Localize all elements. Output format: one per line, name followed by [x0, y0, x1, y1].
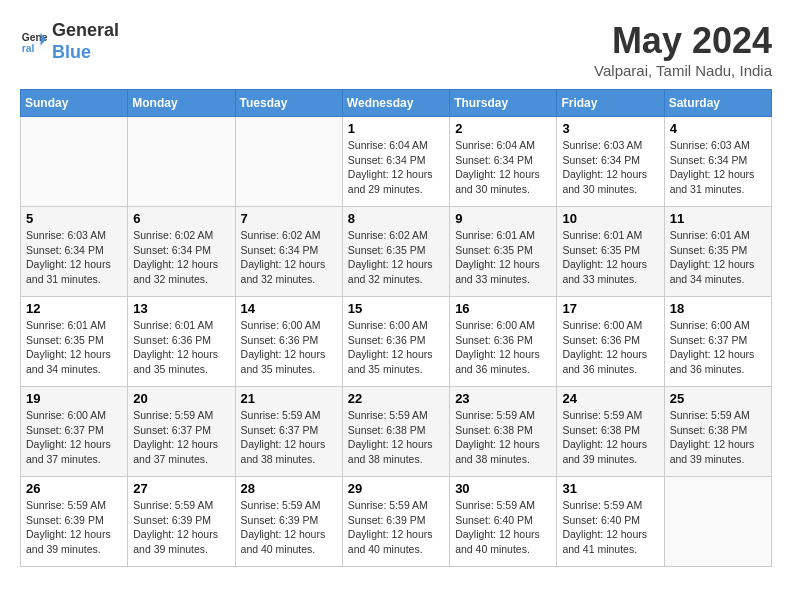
calendar-cell: 16Sunrise: 6:00 AM Sunset: 6:36 PM Dayli…: [450, 297, 557, 387]
day-number: 17: [562, 301, 658, 316]
calendar-cell: 23Sunrise: 5:59 AM Sunset: 6:38 PM Dayli…: [450, 387, 557, 477]
calendar-cell: 17Sunrise: 6:00 AM Sunset: 6:36 PM Dayli…: [557, 297, 664, 387]
day-info: Sunrise: 6:00 AM Sunset: 6:37 PM Dayligh…: [26, 408, 122, 467]
day-number: 21: [241, 391, 337, 406]
day-info: Sunrise: 6:01 AM Sunset: 6:35 PM Dayligh…: [455, 228, 551, 287]
calendar-week-row: 26Sunrise: 5:59 AM Sunset: 6:39 PM Dayli…: [21, 477, 772, 567]
day-number: 4: [670, 121, 766, 136]
title-area: May 2024 Valparai, Tamil Nadu, India: [594, 20, 772, 79]
day-info: Sunrise: 6:04 AM Sunset: 6:34 PM Dayligh…: [348, 138, 444, 197]
day-info: Sunrise: 5:59 AM Sunset: 6:38 PM Dayligh…: [348, 408, 444, 467]
day-info: Sunrise: 6:00 AM Sunset: 6:36 PM Dayligh…: [562, 318, 658, 377]
calendar-cell: 5Sunrise: 6:03 AM Sunset: 6:34 PM Daylig…: [21, 207, 128, 297]
day-number: 19: [26, 391, 122, 406]
weekday-header-cell: Friday: [557, 90, 664, 117]
day-info: Sunrise: 6:01 AM Sunset: 6:36 PM Dayligh…: [133, 318, 229, 377]
day-number: 25: [670, 391, 766, 406]
day-info: Sunrise: 5:59 AM Sunset: 6:39 PM Dayligh…: [133, 498, 229, 557]
calendar-cell: 27Sunrise: 5:59 AM Sunset: 6:39 PM Dayli…: [128, 477, 235, 567]
page-header: Gene ral General Blue May 2024 Valparai,…: [20, 20, 772, 79]
day-number: 13: [133, 301, 229, 316]
calendar-cell: [664, 477, 771, 567]
day-info: Sunrise: 6:03 AM Sunset: 6:34 PM Dayligh…: [562, 138, 658, 197]
calendar-cell: [21, 117, 128, 207]
weekday-header-cell: Saturday: [664, 90, 771, 117]
day-number: 18: [670, 301, 766, 316]
day-info: Sunrise: 5:59 AM Sunset: 6:38 PM Dayligh…: [455, 408, 551, 467]
day-number: 23: [455, 391, 551, 406]
day-number: 24: [562, 391, 658, 406]
day-info: Sunrise: 5:59 AM Sunset: 6:39 PM Dayligh…: [241, 498, 337, 557]
day-number: 27: [133, 481, 229, 496]
day-info: Sunrise: 6:01 AM Sunset: 6:35 PM Dayligh…: [562, 228, 658, 287]
weekday-header-row: SundayMondayTuesdayWednesdayThursdayFrid…: [21, 90, 772, 117]
calendar-cell: 20Sunrise: 5:59 AM Sunset: 6:37 PM Dayli…: [128, 387, 235, 477]
calendar-week-row: 19Sunrise: 6:00 AM Sunset: 6:37 PM Dayli…: [21, 387, 772, 477]
day-number: 26: [26, 481, 122, 496]
logo-icon: Gene ral: [20, 28, 48, 56]
day-number: 22: [348, 391, 444, 406]
day-number: 5: [26, 211, 122, 226]
day-number: 3: [562, 121, 658, 136]
day-info: Sunrise: 5:59 AM Sunset: 6:39 PM Dayligh…: [26, 498, 122, 557]
day-number: 31: [562, 481, 658, 496]
calendar-week-row: 12Sunrise: 6:01 AM Sunset: 6:35 PM Dayli…: [21, 297, 772, 387]
calendar-cell: 25Sunrise: 5:59 AM Sunset: 6:38 PM Dayli…: [664, 387, 771, 477]
location: Valparai, Tamil Nadu, India: [594, 62, 772, 79]
day-number: 15: [348, 301, 444, 316]
calendar-cell: 29Sunrise: 5:59 AM Sunset: 6:39 PM Dayli…: [342, 477, 449, 567]
day-info: Sunrise: 6:01 AM Sunset: 6:35 PM Dayligh…: [670, 228, 766, 287]
day-info: Sunrise: 5:59 AM Sunset: 6:37 PM Dayligh…: [133, 408, 229, 467]
day-number: 16: [455, 301, 551, 316]
day-info: Sunrise: 5:59 AM Sunset: 6:38 PM Dayligh…: [562, 408, 658, 467]
day-info: Sunrise: 6:00 AM Sunset: 6:36 PM Dayligh…: [348, 318, 444, 377]
calendar-cell: 14Sunrise: 6:00 AM Sunset: 6:36 PM Dayli…: [235, 297, 342, 387]
day-info: Sunrise: 6:02 AM Sunset: 6:34 PM Dayligh…: [241, 228, 337, 287]
logo-text: General Blue: [52, 20, 119, 63]
day-number: 1: [348, 121, 444, 136]
weekday-header-cell: Tuesday: [235, 90, 342, 117]
day-info: Sunrise: 6:01 AM Sunset: 6:35 PM Dayligh…: [26, 318, 122, 377]
day-number: 9: [455, 211, 551, 226]
calendar-cell: 2Sunrise: 6:04 AM Sunset: 6:34 PM Daylig…: [450, 117, 557, 207]
calendar-cell: [128, 117, 235, 207]
calendar-cell: 10Sunrise: 6:01 AM Sunset: 6:35 PM Dayli…: [557, 207, 664, 297]
day-number: 6: [133, 211, 229, 226]
calendar-cell: [235, 117, 342, 207]
day-number: 14: [241, 301, 337, 316]
day-number: 12: [26, 301, 122, 316]
calendar-week-row: 5Sunrise: 6:03 AM Sunset: 6:34 PM Daylig…: [21, 207, 772, 297]
weekday-header-cell: Thursday: [450, 90, 557, 117]
weekday-header-cell: Monday: [128, 90, 235, 117]
day-number: 11: [670, 211, 766, 226]
calendar-cell: 7Sunrise: 6:02 AM Sunset: 6:34 PM Daylig…: [235, 207, 342, 297]
calendar-cell: 26Sunrise: 5:59 AM Sunset: 6:39 PM Dayli…: [21, 477, 128, 567]
day-info: Sunrise: 6:03 AM Sunset: 6:34 PM Dayligh…: [670, 138, 766, 197]
calendar-body: 1Sunrise: 6:04 AM Sunset: 6:34 PM Daylig…: [21, 117, 772, 567]
day-info: Sunrise: 6:00 AM Sunset: 6:37 PM Dayligh…: [670, 318, 766, 377]
calendar-week-row: 1Sunrise: 6:04 AM Sunset: 6:34 PM Daylig…: [21, 117, 772, 207]
month-year: May 2024: [594, 20, 772, 62]
day-info: Sunrise: 5:59 AM Sunset: 6:38 PM Dayligh…: [670, 408, 766, 467]
day-number: 2: [455, 121, 551, 136]
weekday-header-cell: Wednesday: [342, 90, 449, 117]
calendar-cell: 18Sunrise: 6:00 AM Sunset: 6:37 PM Dayli…: [664, 297, 771, 387]
calendar-cell: 28Sunrise: 5:59 AM Sunset: 6:39 PM Dayli…: [235, 477, 342, 567]
calendar-cell: 21Sunrise: 5:59 AM Sunset: 6:37 PM Dayli…: [235, 387, 342, 477]
day-info: Sunrise: 6:04 AM Sunset: 6:34 PM Dayligh…: [455, 138, 551, 197]
day-number: 28: [241, 481, 337, 496]
day-number: 8: [348, 211, 444, 226]
day-info: Sunrise: 6:00 AM Sunset: 6:36 PM Dayligh…: [455, 318, 551, 377]
calendar-cell: 31Sunrise: 5:59 AM Sunset: 6:40 PM Dayli…: [557, 477, 664, 567]
calendar-cell: 9Sunrise: 6:01 AM Sunset: 6:35 PM Daylig…: [450, 207, 557, 297]
calendar-cell: 6Sunrise: 6:02 AM Sunset: 6:34 PM Daylig…: [128, 207, 235, 297]
calendar-cell: 24Sunrise: 5:59 AM Sunset: 6:38 PM Dayli…: [557, 387, 664, 477]
calendar-cell: 15Sunrise: 6:00 AM Sunset: 6:36 PM Dayli…: [342, 297, 449, 387]
day-info: Sunrise: 5:59 AM Sunset: 6:37 PM Dayligh…: [241, 408, 337, 467]
svg-text:ral: ral: [22, 43, 35, 54]
calendar-cell: 22Sunrise: 5:59 AM Sunset: 6:38 PM Dayli…: [342, 387, 449, 477]
day-number: 20: [133, 391, 229, 406]
calendar-cell: 8Sunrise: 6:02 AM Sunset: 6:35 PM Daylig…: [342, 207, 449, 297]
calendar-cell: 12Sunrise: 6:01 AM Sunset: 6:35 PM Dayli…: [21, 297, 128, 387]
day-number: 7: [241, 211, 337, 226]
